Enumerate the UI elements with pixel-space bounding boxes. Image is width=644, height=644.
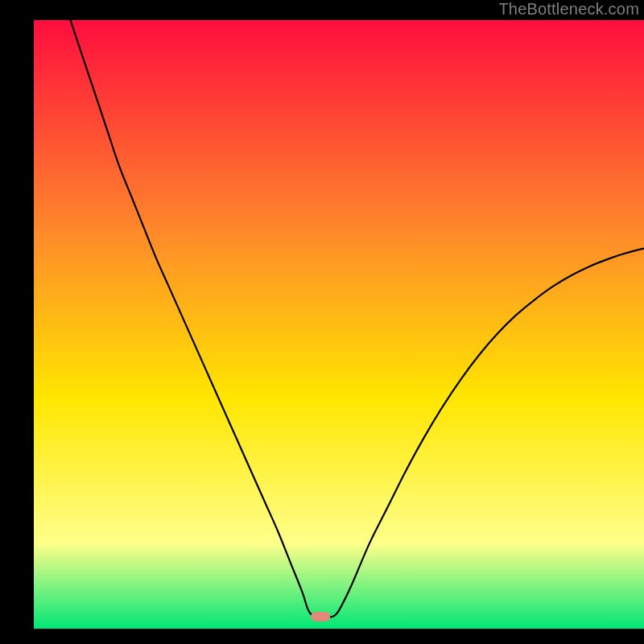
chart-svg [0, 0, 644, 644]
bottleneck-chart: TheBottleneck.com [0, 0, 644, 644]
plot-background [34, 20, 644, 629]
watermark-text: TheBottleneck.com [498, 0, 639, 19]
optimum-marker [311, 612, 330, 621]
